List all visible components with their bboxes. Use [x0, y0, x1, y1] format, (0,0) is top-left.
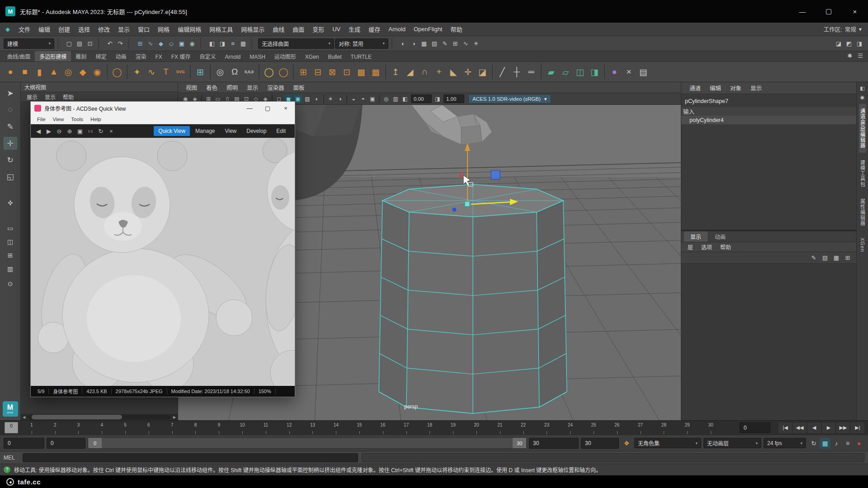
shelf-tab[interactable]: XGen [301, 52, 324, 61]
go-to-start-button[interactable]: |◀ [778, 422, 792, 433]
play-forward-button[interactable]: ▶ [822, 422, 835, 433]
fit-image-icon[interactable]: ▣ [75, 126, 85, 136]
frame-tick[interactable]: 6 [137, 421, 160, 435]
minimize-button[interactable]: — [789, 0, 816, 23]
isolate-select-icon[interactable]: ◎ [382, 94, 391, 103]
shelf-gear-icon[interactable]: ✱ [845, 51, 855, 61]
acdsee-minimize-button[interactable]: — [241, 102, 259, 114]
smooth-icon[interactable]: ▩ [354, 64, 368, 80]
snap-to-point-icon[interactable]: ◆ [156, 38, 166, 48]
shelf-tab[interactable]: FX 缓存 [167, 51, 195, 61]
play-backwards-button[interactable]: ◀ [807, 422, 821, 433]
curve-warp-icon[interactable]: ∿ [145, 64, 158, 80]
frame-tick[interactable]: 1 [20, 421, 43, 435]
frame-tick[interactable]: 23 [535, 421, 559, 435]
cylinder-mesh[interactable] [379, 184, 567, 413]
extrude-icon[interactable]: ↥ [389, 64, 402, 80]
frame-tick[interactable]: 28 [652, 421, 676, 435]
shelf-tab[interactable]: 雕刻 [71, 51, 91, 61]
shelf-tab[interactable]: Bullet [324, 52, 346, 61]
scrollbar-thumb[interactable] [32, 415, 122, 419]
frame-tick[interactable]: 27 [629, 421, 652, 435]
notes-icon[interactable]: ▤ [637, 64, 650, 80]
display-layer-icon[interactable]: ▤ [429, 38, 439, 48]
frame-tick[interactable]: 21 [488, 421, 512, 435]
menu-item[interactable]: 曲面 [288, 23, 308, 36]
shelf-separator[interactable] [385, 65, 386, 79]
material-ball-icon[interactable]: ● [608, 64, 621, 80]
shelf-tab[interactable]: 多边形建模 [35, 51, 71, 61]
xray-icon[interactable]: ▥ [391, 94, 400, 103]
exposure-icon[interactable]: ◧ [401, 94, 410, 103]
sweep-mesh-icon[interactable]: ✦ [130, 64, 144, 80]
reduce-icon[interactable]: ▦ [369, 64, 382, 80]
curve-display-icon[interactable]: ∿ [461, 38, 471, 48]
bookmark-icon[interactable]: ❖ [621, 438, 632, 449]
frame-tick[interactable]: 8 [184, 421, 208, 435]
insert-edge-loop-icon[interactable]: ═ [524, 64, 538, 80]
layer-editor-tab[interactable]: 动画 [708, 231, 732, 242]
shelf-tab[interactable]: 自定义 [195, 51, 220, 61]
shelf-tab[interactable]: 运动图形 [270, 51, 301, 61]
poly-plane-icon[interactable]: ◆ [76, 64, 90, 80]
anti-aliasing-icon[interactable]: ▣ [368, 94, 377, 103]
shelf-tab[interactable]: FX [151, 52, 166, 61]
menu-item[interactable]: 网格 [154, 23, 174, 36]
anim-layer-dropdown[interactable]: 无动画层 ▾ [703, 438, 761, 448]
frame-tick[interactable]: 19 [441, 421, 465, 435]
menu-item[interactable]: UV [328, 23, 344, 36]
command-input-field[interactable] [23, 453, 358, 462]
ambient-occlusion-icon[interactable]: ◒ [349, 94, 358, 103]
layer-menu-item[interactable]: 层 [684, 242, 697, 252]
actual-size-icon[interactable]: 1:1 [85, 126, 95, 136]
multi-cut-icon[interactable]: ╱ [495, 64, 509, 80]
layer-menu-item[interactable]: 帮助 [717, 242, 735, 252]
use-default-material-icon[interactable]: ◐ [312, 94, 321, 103]
auto-key-icon[interactable]: ● [854, 438, 864, 449]
outliner-menu-item[interactable]: 展示 [24, 92, 41, 102]
menu-item[interactable]: 修改 [94, 23, 114, 36]
animation-prefs-icon[interactable]: ≡ [842, 438, 853, 449]
snap-to-view-plane-icon[interactable]: ▣ [177, 38, 187, 48]
frame-tick[interactable]: 12 [278, 421, 301, 435]
menu-item[interactable]: 创建 [54, 23, 74, 36]
menu-item[interactable]: 网格工具 [205, 23, 237, 36]
frame-tick[interactable]: 14 [324, 421, 348, 435]
save-scene-icon[interactable]: ⊡ [85, 38, 95, 48]
gamma-icon[interactable]: ◨ [433, 94, 442, 103]
frame-tick[interactable]: 29 [675, 421, 699, 435]
grid-toggle-icon[interactable]: ⊞ [450, 38, 460, 48]
menu-item[interactable]: 网格显示 [237, 23, 269, 36]
shelf-separator[interactable] [492, 65, 493, 79]
frame-tick[interactable]: 11 [254, 421, 278, 435]
zoom-out-icon[interactable]: ⊖ [54, 126, 64, 136]
sidebar-vertical-tab[interactable]: 属性编辑器 [859, 194, 866, 230]
bridge-icon[interactable]: ∩ [418, 64, 431, 80]
pin-panel-icon[interactable]: ◉ [858, 93, 867, 101]
acdsee-menu-item[interactable]: Help [87, 114, 105, 124]
menu-item[interactable]: 变形 [308, 23, 328, 36]
construction-history-icon[interactable]: ≡ [228, 38, 238, 48]
layer-from-selected-icon[interactable]: ▦ [831, 253, 841, 263]
channel-box-menu-item[interactable]: 对象 [726, 82, 745, 94]
type-tool-icon[interactable]: T [159, 64, 173, 80]
viewport-menu-item[interactable]: 面板 [289, 82, 309, 93]
frame-tick[interactable]: 3 [67, 421, 90, 435]
reference-image-view[interactable] [31, 138, 295, 386]
quad-draw-icon[interactable]: ▰ [544, 64, 558, 80]
sidebar-vertical-tab[interactable]: 建模工具包 [859, 155, 866, 192]
poke-icon[interactable]: ✛ [461, 64, 475, 80]
textured-icon[interactable]: ▨ [303, 94, 312, 103]
menu-item[interactable]: 选择 [74, 23, 94, 36]
remesh-icon[interactable]: ⊞ [193, 64, 207, 80]
shelf-separator[interactable] [541, 65, 542, 79]
frame-tick[interactable]: 30 [699, 421, 722, 435]
audio-icon[interactable]: ♪ [831, 438, 842, 449]
viewport-menu-item[interactable]: 着色 [202, 82, 222, 93]
frame-tick[interactable]: 10 [231, 421, 254, 435]
shelf-separator[interactable] [127, 65, 127, 79]
separate-icon[interactable]: ⊟ [311, 64, 325, 80]
acdsee-menu-item[interactable]: Tools [67, 114, 87, 124]
shelf-tab[interactable]: MASH [245, 52, 270, 61]
menu-item[interactable]: OpenFlight [410, 23, 447, 36]
